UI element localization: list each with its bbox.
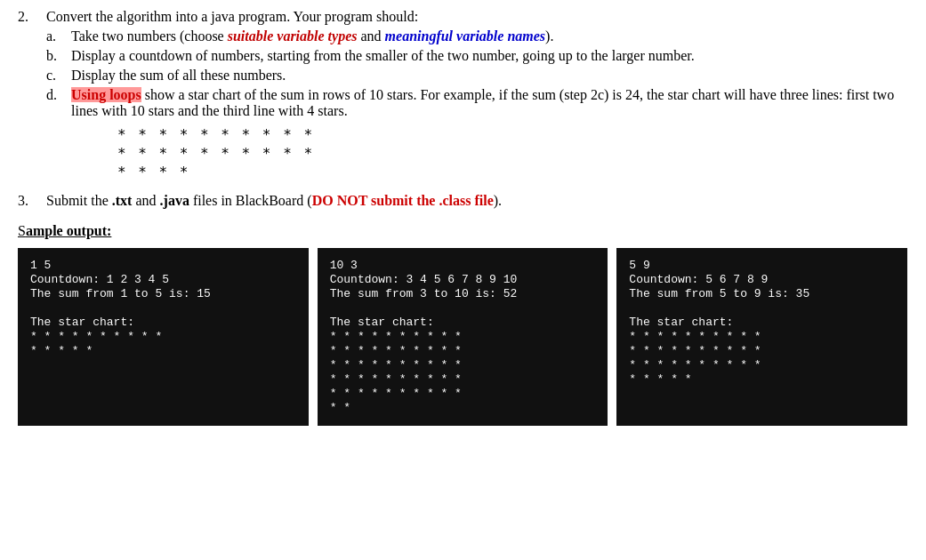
star-row-1: * * * * * * * * * * (117, 126, 907, 143)
item-2-body: Convert the algorithm into a java progra… (46, 9, 907, 188)
ex3-line-7: * * * * * * * * * * (629, 344, 895, 357)
ex3-line-9: * * * * * (629, 372, 895, 386)
ex2-line-10: * * * * * * * * * * (330, 387, 596, 400)
ex2-line-2: Countdown: 3 4 5 6 7 8 9 10 (330, 273, 596, 286)
subitem-a: a. Take two numbers (choose suitable var… (46, 28, 907, 44)
ex2-line-6: * * * * * * * * * * (330, 330, 596, 343)
ex3-line-5: The star chart: (629, 316, 895, 329)
ex3-line-4 (629, 301, 895, 315)
do-not-submit-warning: DO NOT submit the .class file (312, 193, 494, 208)
star-row-2: * * * * * * * * * * (117, 145, 907, 162)
ex2-line-3: The sum from 3 to 10 is: 52 (330, 287, 596, 300)
subitem-d-label: d. (46, 87, 64, 119)
subitem-c: c. Display the sum of all these numbers. (46, 68, 907, 84)
using-loops-highlight: Using loops (71, 87, 141, 102)
list-item-3: 3. Submit the .txt and .java files in Bl… (18, 193, 907, 209)
subitem-c-text: Display the sum of all these numbers. (71, 68, 286, 84)
txt-extension: .txt (112, 193, 133, 208)
suitable-variable-types: suitable variable types (228, 28, 358, 44)
java-extension: .java (160, 193, 189, 208)
subitem-a-label: a. (46, 28, 64, 44)
subitem-d-text: Using loops show a star chart of the sum… (71, 87, 907, 119)
ex3-line-2: Countdown: 5 6 7 8 9 (629, 273, 895, 286)
ex1-line-2: Countdown: 1 2 3 4 5 (30, 273, 296, 286)
ex1-line-3: The sum from 1 to 5 is: 15 (30, 287, 296, 300)
ex2-line-9: * * * * * * * * * * (330, 372, 596, 386)
item-3-num: 3. (18, 193, 39, 209)
ex3-line-3: The sum from 5 to 9 is: 35 (629, 287, 895, 300)
ex2-line-5: The star chart: (330, 316, 596, 329)
ex1-line-4 (30, 301, 296, 315)
item-2-text: Convert the algorithm into a java progra… (46, 9, 418, 24)
ex1-line-5: The star chart: (30, 316, 296, 329)
ex3-line-6: * * * * * * * * * * (629, 330, 895, 343)
ex1-line-1: 1 5 (30, 259, 296, 272)
ex3-line-1: 5 9 (629, 259, 895, 272)
subitem-c-label: c. (46, 68, 64, 84)
ex2-line-11: * * (330, 401, 596, 414)
section-prefix: S (18, 223, 26, 238)
ex2-line-7: * * * * * * * * * * (330, 344, 596, 357)
item-2-num: 2. (18, 9, 39, 188)
subitem-b-label: b. (46, 48, 64, 64)
ex3-line-8: * * * * * * * * * * (629, 358, 895, 372)
sample-output-label: Sample output: (18, 223, 907, 239)
sample-output-section: Sample output: 1 5 Countdown: 1 2 3 4 5 … (18, 223, 907, 426)
examples-container: 1 5 Countdown: 1 2 3 4 5 The sum from 1 … (18, 248, 907, 426)
ex2-line-8: * * * * * * * * * * (330, 358, 596, 372)
example-box-3: 5 9 Countdown: 5 6 7 8 9 The sum from 5 … (616, 248, 907, 426)
item-2-subitems: a. Take two numbers (choose suitable var… (46, 28, 907, 119)
list-item-2: 2. Convert the algorithm into a java pro… (18, 9, 907, 188)
ex2-line-4 (330, 301, 596, 315)
example-box-2: 10 3 Countdown: 3 4 5 6 7 8 9 10 The sum… (318, 248, 608, 426)
star-chart-example: * * * * * * * * * * * * * * * * * * * * … (117, 126, 907, 180)
item-3-text: Submit the .txt and .java files in Black… (46, 193, 502, 209)
subitem-d: d. Using loops show a star chart of the … (46, 87, 907, 119)
star-row-3: * * * * (117, 164, 907, 180)
subitem-b-text: Display a countdown of numbers, starting… (71, 48, 695, 64)
ex1-line-7: * * * * * (30, 344, 296, 357)
ex1-line-6: * * * * * * * * * * (30, 330, 296, 343)
subitem-b: b. Display a countdown of numbers, start… (46, 48, 907, 64)
example-box-1: 1 5 Countdown: 1 2 3 4 5 The sum from 1 … (18, 248, 309, 426)
ex2-line-1: 10 3 (330, 259, 596, 272)
subitem-a-text: Take two numbers (choose suitable variab… (71, 28, 553, 44)
section-label-text: ample output: (26, 223, 111, 238)
meaningful-variable-names: meaningful variable names (385, 28, 545, 44)
main-content: 2. Convert the algorithm into a java pro… (18, 9, 907, 426)
